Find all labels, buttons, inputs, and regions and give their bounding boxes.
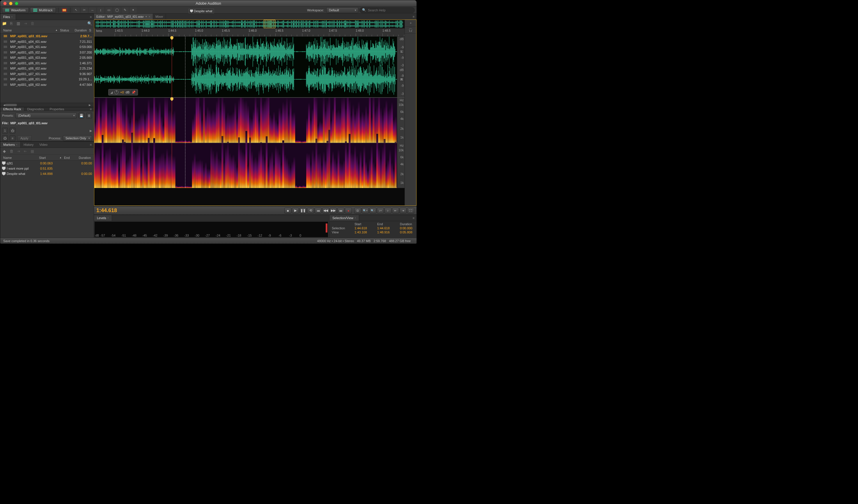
presets-dropdown[interactable]: (Default) — [15, 113, 77, 118]
mix-icon[interactable]: ≡ — [10, 135, 15, 141]
volume-knob[interactable] — [114, 90, 118, 94]
workspace-dropdown[interactable]: Default — [326, 7, 358, 13]
clip-indicator[interactable] — [326, 224, 328, 232]
lasso-tool-icon[interactable]: ◯ — [113, 7, 121, 13]
scrollbar-thumb[interactable] — [5, 104, 17, 106]
insert-marker-icon[interactable]: ▦ — [30, 149, 35, 153]
search-input[interactable] — [368, 9, 412, 12]
titlebar[interactable]: Adobe Audition — [0, 0, 416, 7]
file-row[interactable]: MIP_ep001_q06_t01.wav1:46.371 — [0, 61, 94, 66]
delete-preset-icon[interactable]: 🗑 — [86, 113, 92, 118]
panel-menu-icon[interactable]: ≡ — [88, 14, 94, 20]
marker-row[interactable]: I want more ppl0:51.835 — [0, 166, 94, 171]
spectral-display-button[interactable] — [61, 7, 68, 13]
timecode-display[interactable]: 1:44.618 — [96, 208, 184, 214]
files-column-header[interactable]: Name ▲ Status Duration S — [0, 27, 94, 33]
merge-markers-icon[interactable]: ⇥ — [16, 149, 21, 153]
markers-tab[interactable]: Markers× — [0, 142, 21, 148]
apply-button[interactable]: Apply — [17, 135, 32, 141]
panel-menu-icon[interactable]: ≡ — [88, 142, 94, 148]
time-ruler[interactable]: hms 1:43.51:44.01:44.51:45.01:45.51:46.0… — [94, 29, 404, 37]
insert-icon[interactable]: ⇥ — [23, 21, 28, 26]
effect-slot-1[interactable]: 1 — [2, 128, 8, 133]
video-tab[interactable]: Video — [36, 142, 50, 148]
sv-value[interactable]: 0:00.000 — [400, 226, 417, 230]
sv-value[interactable]: 1:43.108 — [354, 230, 375, 234]
add-marker-icon[interactable]: ◆ — [2, 149, 7, 153]
power-all-icon[interactable]: ⏻ — [2, 135, 8, 141]
heal-tool-icon[interactable]: ✦ — [130, 7, 137, 13]
playhead[interactable] — [172, 37, 172, 97]
marker-row[interactable]: Despite what1:44.8980:00.00 — [0, 171, 94, 176]
file-row[interactable]: MIP_ep001_q05_t01.wav0:59.000 — [0, 44, 94, 50]
history-tab[interactable]: History — [21, 142, 36, 148]
marker-row[interactable]: q3t10:00.0630:00.00 — [0, 161, 94, 166]
loop-button[interactable]: ⟲ — [307, 208, 314, 214]
time-select-tool-icon[interactable]: I — [97, 7, 104, 13]
file-row[interactable]: MIP_ep001_q05_t03.wav2:05.669 — [0, 55, 94, 61]
zoom-in-h-button[interactable]: 🔍+ — [362, 208, 369, 214]
file-row[interactable]: MIP_ep001_q08_t01.wav15:29.1... — [0, 77, 94, 82]
export-markers-icon[interactable]: ⇤ — [23, 149, 28, 153]
playhead[interactable] — [172, 98, 172, 188]
spectrogram-display[interactable]: Hz 10k 6k 4k 2k 1k Hz 10k 6k 4k 2k 1k — [94, 98, 404, 188]
sv-value[interactable]: 1:44.618 — [354, 226, 375, 230]
forward-button[interactable]: ▶▶ — [330, 208, 337, 214]
zoom-window-icon[interactable] — [15, 2, 18, 5]
minimize-window-icon[interactable] — [9, 2, 13, 5]
skip-start-button[interactable]: ⏮ — [315, 208, 322, 214]
import-icon[interactable]: ⎘ — [9, 21, 14, 26]
open-file-icon[interactable]: 📁 — [2, 21, 7, 26]
close-window-icon[interactable] — [3, 2, 7, 5]
record-button[interactable]: ● — [345, 208, 352, 214]
overview-selection[interactable] — [264, 20, 275, 28]
mixer-tab[interactable]: Mixer — [153, 14, 166, 19]
zoom-in-v-button[interactable]: ↕+ — [377, 208, 384, 214]
overview-waveform[interactable] — [94, 20, 404, 29]
editor-tab[interactable]: Editor: MIP_ep001_q03_t01.wav ▾ × — [94, 14, 153, 19]
marquee-tool-icon[interactable]: ▭ — [105, 7, 112, 13]
file-row[interactable]: MIP_ep001_q06_t02.wav2:25.234 — [0, 66, 94, 71]
diagnostics-tab[interactable]: Diagnostics — [25, 108, 47, 111]
razor-tool-icon[interactable]: ✂ — [81, 7, 88, 13]
sv-value[interactable]: 1:44.618 — [377, 226, 398, 230]
files-list[interactable]: MIP_ep001_q03_t01.wav2:59.7...MIP_ep001_… — [0, 33, 94, 103]
file-row[interactable]: MIP_ep001_q04_t01.wav7:21.311 — [0, 39, 94, 45]
marker-flag[interactable]: Despite what — [189, 9, 214, 13]
sv-value[interactable]: 0:05.808 — [400, 230, 417, 234]
move-tool-icon[interactable]: ↖ — [73, 7, 80, 13]
properties-tab[interactable]: Properties — [47, 108, 67, 111]
waveform-mode-button[interactable]: Waveform — [2, 7, 29, 13]
power-icon[interactable]: ⏻ — [10, 128, 15, 133]
volume-hud[interactable]: ◢ +0 dB 📌 — [108, 89, 138, 95]
pin-icon[interactable]: 📌 — [131, 90, 136, 95]
markers-list[interactable]: q3t10:00.0630:00.00I want more ppl0:51.8… — [0, 161, 94, 238]
slip-tool-icon[interactable]: ↔ — [89, 7, 96, 13]
selection-view-tab[interactable]: Selection/View× — [330, 215, 359, 221]
delete-marker-icon[interactable]: 🗑 — [9, 149, 14, 153]
markers-column-header[interactable]: Name Start▲ End Duration — [0, 155, 94, 161]
waveform-display[interactable]: dB -9 -∞ -9 -3 dB -9 -∞ -9 -3 L R — [94, 37, 404, 98]
file-row[interactable]: MIP_ep001_q03_t01.wav2:59.7... — [0, 33, 94, 39]
zoom-out-h-button[interactable]: 🔍- — [369, 208, 376, 214]
skip-end-button[interactable]: ⏭ — [337, 208, 344, 214]
zoom-reset-button[interactable]: ⊡ — [354, 208, 361, 214]
rewind-button[interactable]: ◀◀ — [322, 208, 329, 214]
effects-rack-tab[interactable]: Effects Rack — [0, 108, 25, 111]
new-multitrack-icon[interactable]: ▥ — [16, 21, 21, 26]
delete-icon[interactable]: 🗑 — [30, 21, 35, 26]
files-hscroll[interactable]: ◀▶ — [0, 103, 94, 107]
zoom-full-button[interactable]: ⛶ — [407, 208, 414, 214]
play-button[interactable]: ▶ — [292, 208, 299, 214]
zoom-sel-in-button[interactable]: ⇤ — [392, 208, 399, 214]
chevron-right-icon[interactable]: ▶ — [90, 129, 92, 133]
pause-button[interactable]: ❚❚ — [300, 208, 306, 214]
levels-tab[interactable]: Levels× — [94, 215, 112, 221]
panel-menu-icon[interactable]: ≡ — [88, 108, 94, 111]
save-preset-icon[interactable]: 💾 — [79, 113, 84, 118]
dropdown-icon[interactable]: ▾ — [145, 15, 147, 18]
file-row[interactable]: MIP_ep001_q08_t02.wav4:47.564 — [0, 82, 94, 87]
file-row[interactable]: MIP_ep001_q05_t02.wav3:07.200 — [0, 50, 94, 55]
close-icon[interactable]: × — [149, 15, 150, 18]
panel-menu-icon[interactable]: ≡ — [411, 14, 416, 19]
